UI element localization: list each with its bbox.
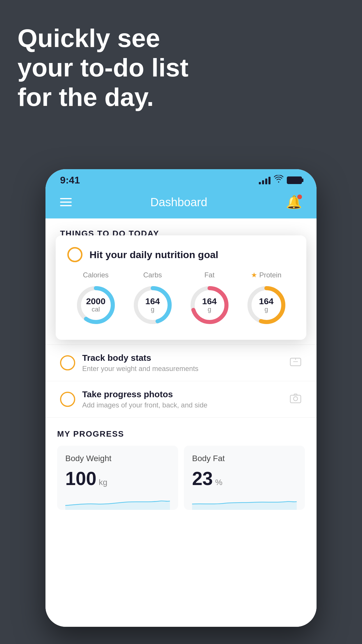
calories-donut: 2000 cal xyxy=(74,283,118,327)
protein-donut: 164 g xyxy=(245,283,288,327)
weight-unit: kg xyxy=(99,478,108,487)
wifi-icon xyxy=(274,175,283,185)
nutrition-circles: Calories 2000 cal xyxy=(67,271,295,327)
protein-label: Protein xyxy=(259,271,281,279)
progress-card-bodyfat[interactable]: Body Fat 23 % xyxy=(184,446,305,510)
todo-circle-photos xyxy=(60,392,75,407)
task-circle-nutrition[interactable] xyxy=(67,247,82,262)
card-title-row: Hit your daily nutrition goal xyxy=(67,247,295,262)
bodyfat-sparkline xyxy=(192,492,297,510)
todo-title-body-stats: Track body stats xyxy=(82,353,283,363)
notification-button[interactable]: 🔔 xyxy=(286,195,302,210)
weight-sparkline xyxy=(65,492,170,510)
calories-unit: cal xyxy=(86,306,106,313)
calories-label: Calories xyxy=(83,271,108,279)
progress-section: MY PROGRESS Body Weight 100 kg B xyxy=(45,418,317,510)
protein-unit: g xyxy=(259,306,273,313)
progress-cards: Body Weight 100 kg Body Fat 23 % xyxy=(57,446,305,510)
nutrition-card-title: Hit your daily nutrition goal xyxy=(89,249,218,260)
nutrition-fat: Fat 164 g xyxy=(188,271,231,327)
star-icon: ★ xyxy=(251,271,257,279)
todo-item-body-stats[interactable]: Track body stats Enter your weight and m… xyxy=(45,345,317,381)
status-time: 9:41 xyxy=(60,174,80,186)
carbs-unit: g xyxy=(145,306,160,313)
photo-icon xyxy=(289,392,302,407)
weight-card-title: Body Weight xyxy=(65,454,170,463)
bodyfat-value-row: 23 % xyxy=(192,468,297,489)
carbs-donut: 164 g xyxy=(131,283,175,327)
progress-section-title: MY PROGRESS xyxy=(57,429,305,439)
todo-text-photos: Take progress photos Add images of your … xyxy=(82,389,283,409)
headline-line3: for the day. xyxy=(17,82,189,112)
bodyfat-unit: % xyxy=(215,478,222,487)
menu-button[interactable] xyxy=(60,198,72,206)
battery-icon xyxy=(287,176,302,184)
nutrition-protein: ★ Protein 164 g xyxy=(245,271,288,327)
weight-value: 100 xyxy=(65,468,96,489)
todo-circle-body-stats xyxy=(60,355,75,370)
nutrition-card: Hit your daily nutrition goal Calories xyxy=(56,235,306,340)
headline-line2: your to-do list xyxy=(17,53,189,82)
fat-unit: g xyxy=(202,306,217,313)
bodyfat-value: 23 xyxy=(192,468,213,489)
nutrition-calories: Calories 2000 cal xyxy=(74,271,118,327)
app-header: Dashboard 🔔 xyxy=(45,189,317,218)
phone-content: THINGS TO DO TODAY Hit your daily nutrit… xyxy=(45,218,317,627)
carbs-value: 164 xyxy=(145,297,160,306)
todo-item-photos[interactable]: Take progress photos Add images of your … xyxy=(45,381,317,418)
fat-value: 164 xyxy=(202,297,217,306)
fat-label: Fat xyxy=(204,271,215,279)
todo-title-photos: Take progress photos xyxy=(82,389,283,399)
fat-donut: 164 g xyxy=(188,283,231,327)
signal-icon xyxy=(259,176,270,184)
protein-label-row: ★ Protein xyxy=(251,271,281,279)
todo-text-body-stats: Track body stats Enter your weight and m… xyxy=(82,353,283,373)
carbs-label: Carbs xyxy=(143,271,162,279)
weight-value-row: 100 kg xyxy=(65,468,170,489)
bodyfat-card-title: Body Fat xyxy=(192,454,297,463)
nutrition-carbs: Carbs 164 g xyxy=(131,271,175,327)
protein-value: 164 xyxy=(259,297,273,306)
headline: Quickly see your to-do list for the day. xyxy=(17,23,189,112)
header-title: Dashboard xyxy=(150,196,208,209)
status-bar: 9:41 xyxy=(45,169,317,189)
scale-icon xyxy=(289,356,302,370)
todo-subtitle-body-stats: Enter your weight and measurements xyxy=(82,365,283,373)
todo-subtitle-photos: Add images of your front, back, and side xyxy=(82,401,283,409)
svg-point-13 xyxy=(294,397,298,401)
progress-card-weight[interactable]: Body Weight 100 kg xyxy=(57,446,178,510)
headline-line1: Quickly see xyxy=(17,23,189,53)
notification-dot xyxy=(297,195,302,199)
phone-frame: 9:41 Dashboa xyxy=(45,169,317,627)
calories-value: 2000 xyxy=(86,297,106,306)
status-icons xyxy=(259,175,302,185)
